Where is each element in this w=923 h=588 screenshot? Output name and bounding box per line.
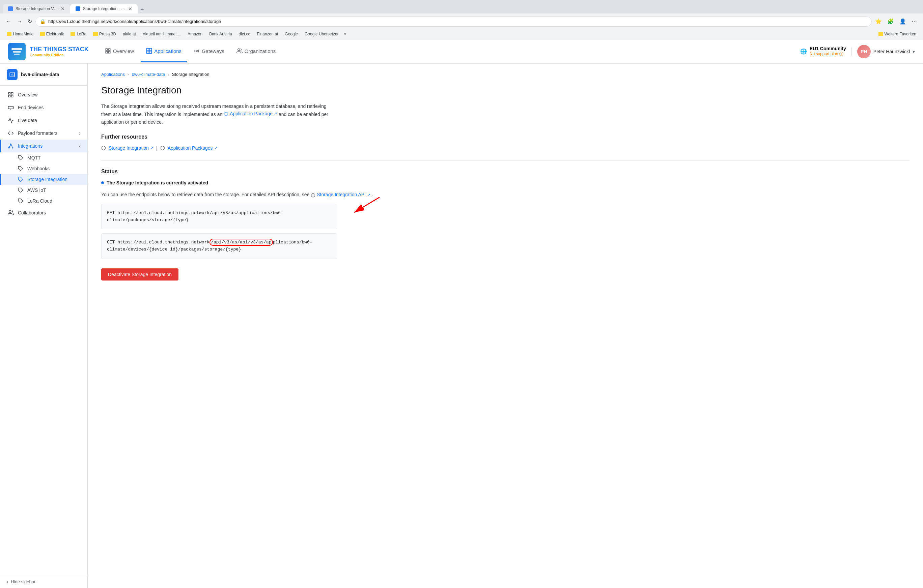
bookmark-google[interactable]: Google	[282, 31, 301, 38]
back-button[interactable]: ←	[4, 16, 13, 27]
forward-button[interactable]: →	[15, 16, 24, 27]
address-bar[interactable]: 🔒 https://eu1.cloud.thethings.network/co…	[35, 16, 872, 27]
puzzle-icon-2	[18, 166, 23, 171]
bookmark-weitere[interactable]: Weitere Favoriten	[876, 31, 919, 38]
sidebar-nav: Overview End devices Live data Payload f…	[0, 86, 87, 575]
bookmark-lora[interactable]: LoRa	[68, 31, 89, 38]
bookmark-bankaustria[interactable]: Bank Austria	[207, 31, 235, 38]
sidebar-item-lora-cloud[interactable]: LoRa Cloud	[0, 195, 87, 206]
svg-point-32	[9, 210, 11, 213]
app-header: THE THINGS STACK Community Edition Overv…	[0, 39, 923, 64]
svg-point-11	[196, 50, 198, 52]
main-description: The Storage Integration allows storing r…	[101, 103, 337, 126]
nav-gateways[interactable]: Gateways	[188, 41, 230, 62]
breadcrumb-app-name[interactable]: bw6-climate-data	[131, 72, 165, 77]
sidebar-item-end-devices[interactable]: End devices	[0, 101, 87, 114]
nav-gateways-label: Gateways	[202, 48, 224, 54]
header-nav: Overview Applications Gateways Organizat…	[100, 41, 800, 62]
bookmark-dict[interactable]: dict.cc	[236, 31, 253, 38]
folder-icon	[40, 32, 45, 36]
app-icon	[146, 48, 152, 54]
new-tab-button[interactable]: +	[138, 7, 147, 13]
community-plan[interactable]: No support plan ⓘ	[810, 51, 846, 57]
svg-rect-1	[13, 51, 21, 52]
sidebar-item-end-devices-label: End devices	[18, 105, 44, 110]
tab-1-close[interactable]: ✕	[61, 6, 65, 11]
sidebar-item-overview[interactable]: Overview	[0, 88, 87, 101]
bookmark-amazon[interactable]: Amazon	[185, 31, 205, 38]
bookmark-label: Bank Austria	[209, 32, 232, 36]
svg-point-12	[238, 49, 240, 51]
nav-applications-label: Applications	[154, 48, 182, 54]
extensions-button[interactable]: 🧩	[885, 16, 896, 27]
chevron-left-icon: ‹	[7, 579, 8, 584]
user-menu[interactable]: PH Peter Haunzwickl ▾	[857, 45, 915, 58]
package-icon	[224, 111, 228, 116]
breadcrumb-applications[interactable]: Applications	[101, 72, 125, 77]
sidebar-item-webhooks-label: Webhooks	[27, 166, 49, 171]
sidebar-item-live-data[interactable]: Live data	[0, 114, 87, 127]
api-description-text: You can use the endpoints below to retri…	[101, 192, 309, 197]
sidebar-item-lora-label: LoRa Cloud	[27, 198, 52, 204]
code-blocks-wrapper: GET https://eu1.cloud.thethings.network/…	[101, 204, 354, 259]
bookmark-label: Google	[285, 32, 298, 36]
refresh-button[interactable]: ↻	[26, 16, 34, 27]
app-packages-link-icon	[160, 146, 165, 151]
bookmark-label: LoRa	[77, 32, 86, 36]
tab-1-title: Storage Integration V3 Access P...	[15, 7, 58, 11]
sidebar-item-payload-formatters[interactable]: Payload formatters ›	[0, 127, 87, 139]
sidebar-item-mqtt-label: MQTT	[27, 155, 41, 161]
bookmark-star-button[interactable]: ⭐	[873, 16, 884, 27]
profile-button[interactable]: 👤	[897, 16, 908, 27]
deactivate-storage-button[interactable]: Deactivate Storage Integration	[101, 269, 179, 280]
sidebar-item-mqtt[interactable]: MQTT	[0, 152, 87, 163]
bookmark-finanzen[interactable]: Finanzen.at	[255, 31, 281, 38]
svg-rect-0	[11, 48, 22, 50]
application-package-link[interactable]: Application Package	[230, 110, 273, 117]
sidebar-item-aws-iot[interactable]: AWS IoT	[0, 185, 87, 195]
overview-icon	[8, 92, 14, 98]
bookmark-google-translate[interactable]: Google Übersetzer	[302, 31, 342, 38]
hide-sidebar-button[interactable]: ‹ Hide sidebar	[0, 575, 87, 588]
bookmark-elektronik[interactable]: Elektronik	[38, 31, 67, 38]
more-button[interactable]: ⋯	[910, 16, 919, 27]
storage-integration-api-link[interactable]: Storage Integration API ↗	[311, 192, 371, 197]
bookmark-aktie[interactable]: aktie.at	[120, 31, 139, 38]
tab-1-favicon	[8, 7, 13, 11]
app-package-icon-inline: Application Package ↗	[224, 110, 277, 117]
nav-organizations[interactable]: Organizations	[231, 41, 281, 62]
bookmark-label: Amazon	[187, 32, 202, 36]
nav-overview-label: Overview	[113, 48, 134, 54]
sidebar-item-integrations-label: Integrations	[18, 143, 43, 149]
nav-organizations-label: Organizations	[245, 48, 276, 54]
sidebar-item-collaborators[interactable]: Collaborators	[0, 206, 87, 219]
chevron-up-icon: ‹	[79, 143, 80, 149]
sidebar-item-integrations[interactable]: Integrations ‹	[0, 139, 87, 152]
folder-icon	[7, 32, 11, 36]
storage-integration-link-label: Storage Integration	[108, 145, 149, 151]
community-name: EU1 Community	[810, 46, 846, 51]
sidebar-item-storage-integration[interactable]: Storage Integration	[0, 174, 87, 185]
bookmark-aktuell[interactable]: Aktuell am Himmel,...	[140, 31, 184, 38]
application-packages-link[interactable]: Application Packages ↗	[168, 145, 218, 151]
nav-applications[interactable]: Applications	[141, 41, 187, 62]
tab-2-close[interactable]: ✕	[128, 6, 132, 11]
tab-1[interactable]: Storage Integration V3 Access P... ✕	[3, 4, 70, 13]
tab-2[interactable]: Storage Integration - bw6-clima... ✕	[70, 4, 138, 13]
bookmarks-bar: HomeMatic Elektronik LoRa Prusa 3D aktie…	[0, 29, 923, 39]
external-link-icon: ↗	[274, 111, 277, 117]
bookmark-prusa[interactable]: Prusa 3D	[90, 31, 119, 38]
formatters-icon	[8, 130, 14, 136]
org-icon	[236, 48, 243, 54]
svg-rect-4	[108, 49, 110, 50]
nav-overview[interactable]: Overview	[100, 41, 140, 62]
storage-integration-link[interactable]: Storage Integration ↗	[108, 145, 153, 151]
svg-rect-5	[105, 52, 107, 53]
svg-rect-20	[11, 95, 13, 97]
folder-icon	[71, 32, 75, 36]
sidebar-item-webhooks[interactable]: Webhooks	[0, 163, 87, 174]
community-badge: 🌐 EU1 Community No support plan ⓘ	[800, 46, 846, 57]
bookmark-homematic[interactable]: HomeMatic	[4, 31, 36, 38]
svg-rect-3	[105, 49, 107, 50]
bookmarks-more[interactable]: »	[343, 32, 348, 36]
